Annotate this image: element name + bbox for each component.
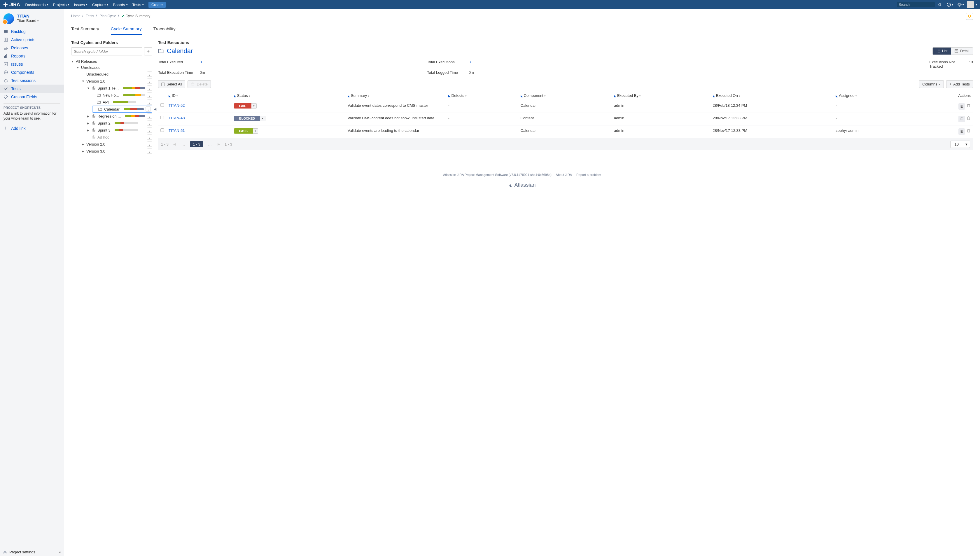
- select-all-button[interactable]: Select All: [158, 80, 185, 88]
- global-search[interactable]: [897, 2, 935, 7]
- tree-menu[interactable]: ⋮: [147, 128, 152, 133]
- pin-icon[interactable]: ◣: [169, 94, 171, 97]
- tree-menu[interactable]: ⋮: [147, 149, 152, 154]
- pager-last[interactable]: ▶: [216, 142, 221, 146]
- tree-menu[interactable]: ⋮: [147, 71, 152, 77]
- project-avatar[interactable]: [3, 13, 14, 24]
- col-executed-by[interactable]: ◣Executed By▾: [612, 91, 710, 100]
- tab-cycle-summary[interactable]: Cycle Summary: [111, 24, 142, 35]
- status-dropdown[interactable]: ▾: [253, 128, 258, 134]
- delete-row[interactable]: [967, 104, 971, 108]
- tree-menu[interactable]: ⋮: [147, 92, 152, 98]
- view-detail[interactable]: Detail: [951, 48, 973, 55]
- add-link[interactable]: Add link: [0, 124, 64, 133]
- folder-icon: [158, 48, 164, 54]
- tree-menu[interactable]: ⋮: [145, 107, 151, 112]
- components-icon: [3, 70, 8, 75]
- pin-icon[interactable]: ◣: [521, 94, 523, 97]
- pin-icon[interactable]: ◣: [713, 94, 715, 97]
- about-link[interactable]: About JIRA: [556, 173, 572, 176]
- pager-prev-ellipsis[interactable]: …: [180, 142, 186, 146]
- delete-row[interactable]: [967, 117, 971, 121]
- folder-link[interactable]: Calendar: [167, 47, 193, 55]
- pager-next-ellipsis[interactable]: …: [207, 142, 213, 146]
- tree-menu[interactable]: ⋮: [147, 141, 152, 147]
- nav-boards[interactable]: Boards▾: [111, 0, 130, 9]
- tree-calendar[interactable]: ▶Calendar⋮: [92, 106, 152, 113]
- row-checkbox[interactable]: [160, 103, 164, 107]
- pin-icon[interactable]: ◣: [448, 94, 450, 97]
- view-list[interactable]: List: [933, 48, 951, 55]
- col-component[interactable]: ◣Component▾: [518, 91, 612, 100]
- execute-button[interactable]: E: [958, 103, 965, 110]
- nav-dashboards[interactable]: Dashboards▾: [23, 0, 50, 9]
- col-defects[interactable]: ◣Defects▾: [446, 91, 518, 100]
- row-checkbox[interactable]: [160, 116, 164, 119]
- project-name[interactable]: TITAN: [17, 13, 39, 18]
- add-tests-button[interactable]: +Add Tests: [946, 80, 973, 88]
- sidebar-collapse[interactable]: «: [59, 550, 61, 554]
- pin-icon[interactable]: ◣: [836, 94, 838, 97]
- board-switcher[interactable]: Titan Board ▾: [17, 18, 39, 23]
- status-dropdown[interactable]: ▾: [260, 116, 265, 121]
- pager-current[interactable]: 1 - 3: [190, 141, 203, 147]
- sidebar-item-components[interactable]: Components: [0, 68, 64, 76]
- settings-icon[interactable]: ▾: [956, 2, 965, 7]
- search-input[interactable]: [899, 3, 942, 7]
- atlassian-logo[interactable]: Atlassian: [71, 180, 973, 190]
- tree-menu[interactable]: ⋮: [147, 86, 152, 91]
- col-status[interactable]: ◣Status▾: [232, 91, 346, 100]
- tree-menu[interactable]: ⋮: [147, 113, 152, 119]
- col-summary[interactable]: ◣Summary▾: [346, 91, 446, 100]
- sidebar-item-fields[interactable]: Custom Fields: [0, 93, 64, 101]
- add-cycle-button[interactable]: +: [144, 47, 152, 55]
- sidebar-item-reports[interactable]: Reports: [0, 52, 64, 60]
- sidebar-item-issues[interactable]: Issues: [0, 60, 64, 68]
- per-page-select[interactable]: 10▾: [950, 141, 970, 148]
- report-link[interactable]: Report a problem: [576, 173, 601, 176]
- col-id[interactable]: ◣ID▾: [166, 91, 232, 100]
- tree-menu[interactable]: ⋮: [147, 78, 152, 84]
- sidebar-item-releases[interactable]: Releases: [0, 44, 64, 52]
- sidebar-item-sessions[interactable]: Test sessions: [0, 76, 64, 85]
- status-dropdown[interactable]: ▾: [252, 103, 257, 108]
- nav-projects[interactable]: Projects▾: [51, 0, 72, 9]
- nav-issues[interactable]: Issues▾: [72, 0, 90, 9]
- reveal-arrow[interactable]: ◀: [154, 107, 156, 111]
- issue-link[interactable]: TITAN-51: [169, 128, 185, 133]
- pin-icon[interactable]: ◣: [614, 94, 616, 97]
- execute-button[interactable]: E: [958, 116, 965, 122]
- columns-button[interactable]: Columns ▾: [919, 80, 944, 88]
- pin-icon[interactable]: ◣: [348, 94, 350, 97]
- execute-button[interactable]: E: [958, 128, 965, 135]
- delete-button[interactable]: Delete: [187, 80, 211, 88]
- pin-icon[interactable]: ◣: [234, 94, 236, 97]
- stat-cell: Executions Not Tracked:3: [696, 59, 973, 70]
- issue-link[interactable]: TITAN-48: [169, 116, 185, 120]
- col-assignee[interactable]: ◣Assignee▾: [833, 91, 919, 100]
- tab-traceability[interactable]: Traceability: [153, 24, 176, 35]
- help-icon[interactable]: ▾: [945, 2, 954, 7]
- jira-logo[interactable]: JIRA: [3, 2, 20, 7]
- issue-link[interactable]: TITAN-52: [169, 103, 185, 108]
- sidebar-item-backlog[interactable]: Backlog: [0, 27, 64, 36]
- profile-avatar[interactable]: [967, 1, 974, 8]
- sidebar-item-tests[interactable]: Tests: [0, 85, 64, 93]
- nav-capture[interactable]: Capture▾: [90, 0, 111, 9]
- project-settings[interactable]: Project settings: [9, 550, 35, 554]
- col-executed-on[interactable]: ◣Executed On▾: [710, 91, 833, 100]
- create-button[interactable]: Create: [149, 2, 166, 8]
- delete-row[interactable]: [967, 129, 971, 134]
- tree-menu[interactable]: ⋮: [147, 134, 152, 140]
- nav-tests[interactable]: Tests▾: [130, 0, 146, 9]
- tab-test-summary[interactable]: Test Summary: [71, 24, 99, 35]
- row-checkbox[interactable]: [160, 128, 164, 132]
- hint-bubble[interactable]: [966, 13, 973, 20]
- tree-search-input[interactable]: [71, 47, 142, 55]
- feedback-icon[interactable]: [936, 2, 944, 7]
- sidebar-item-sprints[interactable]: Active sprints: [0, 36, 64, 44]
- col-actions[interactable]: Actions: [919, 91, 973, 100]
- pager-first[interactable]: ◀: [172, 142, 177, 146]
- tree-menu[interactable]: ⋮: [147, 99, 152, 105]
- tree-menu[interactable]: ⋮: [147, 120, 152, 126]
